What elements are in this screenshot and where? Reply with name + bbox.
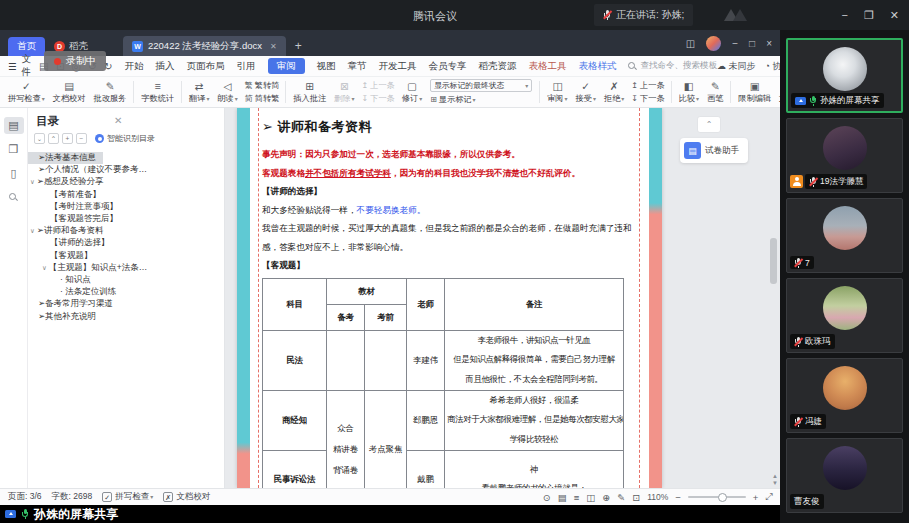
participant-tile[interactable]: 19法学滕慧 [786,118,903,193]
next-change-button[interactable]: ↧下一条 [631,93,664,104]
toc-item[interactable]: 【考前准备】 [28,189,108,201]
account-avatar[interactable] [706,36,721,51]
minimize-icon[interactable]: − [841,9,847,21]
document-page[interactable]: ➢ 讲师和备考资料 事先声明：因为只参加过一次，选老师基本靠眼缘，所以仅供参考。… [237,108,662,488]
vertical-scrollbar[interactable] [770,110,777,484]
exam-assistant-entry[interactable]: ▤ 试卷助手 [680,138,748,163]
show-markup-button[interactable]: ⊞显示标记 [430,94,532,105]
zoom-in-icon[interactable]: + [753,492,759,503]
toc-panel-icon[interactable]: ▤ [4,117,24,134]
zoom-out-toc-icon[interactable]: − [76,133,87,144]
panel-collapse-button[interactable]: ⌃ [697,116,721,133]
caret-down-icon[interactable]: ∨ [30,178,35,186]
web-view-icon[interactable]: ⊕ [602,492,610,503]
wps-maximize-icon[interactable]: □ [749,38,755,49]
toc-item[interactable]: ➢备考常用学习渠道 [28,298,120,310]
translate-button[interactable]: ⇄翻译 [186,81,212,104]
tab-section[interactable]: 章节 [348,60,367,73]
tab-member[interactable]: 会员专享 [429,60,467,73]
compare-button[interactable]: ◧比较 [676,81,702,104]
toc-item[interactable]: 【考时注意事项】 [28,201,125,213]
tab-table-style[interactable]: 表格样式 [579,60,617,73]
review-button[interactable]: ◫审阅 [544,81,570,104]
smart-toc-toggle[interactable] [95,134,104,143]
caret-down-icon[interactable]: ∨ [30,227,35,235]
reject-button[interactable]: ✗拒绝 [601,81,627,104]
prev-change-button[interactable]: ↥上一条 [631,80,664,91]
track-changes-button[interactable]: ▢修订 [399,81,425,104]
wps-close-icon[interactable]: × [766,38,772,49]
close-tab-icon[interactable]: ✕ [270,42,277,51]
correction-service-button[interactable]: ✎批改服务 [91,81,130,104]
command-search[interactable]: 查找命令、搜索模板 [628,60,718,72]
expand-all-icon[interactable]: ⌄ [34,133,45,144]
tab-references[interactable]: 引用 [237,60,256,73]
tab-page-layout[interactable]: 页面布局 [187,60,225,73]
outline-view-icon[interactable]: ≡ [574,492,580,503]
participant-tile[interactable]: 欧珠玛 [786,278,903,353]
file-menu[interactable]: ☰ 文件 [8,53,31,79]
participant-tile[interactable]: 曹友俊 [786,438,903,513]
zoom-slider-knob[interactable] [718,493,727,502]
scrollbar-thumb[interactable] [770,238,777,284]
delete-comment-button[interactable]: ⊠删除 [331,81,357,104]
read-aloud-button[interactable]: ◁朗读 [214,81,240,104]
spellcheck-button[interactable]: ✓拼写检查 [5,81,48,104]
restrict-edit-button[interactable]: ▣限制编辑 [735,81,774,104]
maximize-icon[interactable]: ❐ [864,9,874,22]
accept-button[interactable]: ✓接受 [573,81,599,104]
participant-tile[interactable]: 冯婕 [786,358,903,433]
tab-start[interactable]: 开始 [125,60,144,73]
new-tab-button[interactable]: + [295,39,302,56]
toc-item[interactable]: ➢其他补充说明 [28,310,103,322]
collapse-all-icon[interactable]: ⌃ [48,133,59,144]
tab-review-active[interactable]: 审阅 [268,58,305,74]
close-icon[interactable]: ✕ [890,9,899,22]
clipboard-panel-icon[interactable]: ❒ [4,141,24,158]
toc-item[interactable]: ➢个人情况（建议不要参考… [28,164,154,176]
zoom-slider[interactable] [688,496,746,498]
prev-comment-button[interactable]: ↥上一条 [362,80,395,91]
tab-docer-res[interactable]: 稻壳资源 [479,60,517,73]
toc-item[interactable]: ➢法考基本信息 [28,152,103,164]
tab-view[interactable]: 视图 [317,60,336,73]
page-view-icon[interactable]: ▤ [558,492,567,503]
participant-tile[interactable]: 7 [786,198,903,273]
toc-item[interactable]: 【客观题答完后】 [28,213,125,225]
read-layout-icon[interactable]: ◫ [586,492,595,503]
markup-state-dropdown[interactable]: 显示标记的最终状态 [430,79,532,92]
tab-table-tools[interactable]: 表格工具 [529,60,567,73]
zoom-level[interactable]: 110% [647,492,668,502]
word-count-button[interactable]: ≡字数统计 [138,81,177,104]
toc-item[interactable]: 【讲师的选择】 [28,237,117,249]
wps-minimize-icon[interactable]: − [732,38,738,49]
next-page-icon[interactable]: ▼ [772,480,778,486]
participant-tile[interactable]: 孙姝的屏幕共享 [786,38,903,113]
proofread-button[interactable]: ▤文档校对 [50,81,89,104]
insert-comment-button[interactable]: ⊞插入批注 [290,81,329,104]
ink-view-icon[interactable]: ✎ [617,492,625,503]
ink-button[interactable]: ✎画笔 [704,81,726,104]
trad-to-simp-button[interactable]: 繁繁转简 [245,80,280,91]
tab-document[interactable]: W 220422 法考经验分享.docx ✕ [123,36,286,56]
zoom-in-toc-icon[interactable]: + [62,133,73,144]
toc-item[interactable]: ∨【主观题】知识点+法条… [28,262,154,274]
toc-item[interactable]: ∨➢讲师和备考资料 [28,225,110,237]
toc-item[interactable]: ∨➢感想及经验分享 [28,176,110,188]
sync-status[interactable]: ☁ 未同步 [717,60,756,73]
caret-down-icon[interactable]: ∨ [42,264,47,272]
prev-page-icon[interactable]: ▲ [772,473,778,479]
tab-insert[interactable]: 插入 [156,60,175,73]
spellcheck-status[interactable]: ✓拼写检查 [102,491,153,503]
toc-close-icon[interactable]: ✕ [114,115,122,126]
proofread-status[interactable]: ✗文档校对 [163,491,210,503]
find-panel-icon[interactable] [4,189,24,206]
bookmark-panel-icon[interactable]: ▯ [4,165,24,182]
window-switch-icon[interactable]: ◫ [686,38,695,49]
next-comment-button[interactable]: ↧下一条 [362,93,395,104]
zoom-out-icon[interactable]: − [675,492,681,503]
simp-to-trad-button[interactable]: 简简转繁 [245,93,280,104]
fit-page-icon[interactable]: ⊡ [632,492,640,503]
fullscreen-icon[interactable]: ⤢ [765,491,773,503]
toc-item[interactable]: 【客观题】 [28,250,100,262]
